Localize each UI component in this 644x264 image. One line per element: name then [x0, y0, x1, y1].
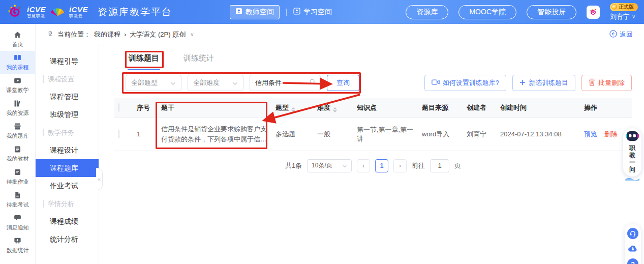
button-label: 如何设置训练题库?: [443, 78, 499, 87]
chevron-down-icon[interactable]: ∨: [190, 32, 194, 37]
sidebar-item-label: 消息通知: [7, 224, 29, 231]
col-header-difficulty[interactable]: 难度: [313, 98, 353, 118]
menu-section-learning-analysis: 学情分析: [36, 195, 99, 213]
question-type-select[interactable]: 全部题型: [126, 75, 181, 91]
add-training-questions-button[interactable]: 新选训练题目: [512, 75, 575, 91]
button-label: 批量删除: [598, 78, 625, 87]
help-setup-button[interactable]: 如何设置训练题库?: [424, 75, 506, 91]
page-size-select[interactable]: 10条/页: [307, 159, 352, 172]
page-size-value: 10条/页: [312, 161, 332, 170]
menu-item-course-grades[interactable]: 课程成绩: [36, 213, 99, 230]
sidebar-item-label: 数据统计: [7, 247, 29, 254]
divider: [286, 9, 287, 16]
sidebar-item-home[interactable]: 首页: [0, 28, 35, 51]
user-menu[interactable]: 正式版 刘育宁 ∨: [610, 3, 638, 21]
back-button[interactable]: 返回: [609, 30, 633, 39]
chevron-down-icon: [232, 79, 238, 87]
batch-delete-button[interactable]: 批量删除: [581, 75, 632, 91]
question-table: 序号 题干 题型 难度 知识点 题目来源 创建者 创建时间 操作 1 信用条件是…: [114, 98, 632, 151]
select-value: 全部难度: [193, 78, 220, 87]
nav-smart-casting[interactable]: 智能投屏: [527, 5, 576, 19]
sidebar-item-data-statistics[interactable]: 数据统计: [0, 234, 35, 257]
page-number-1[interactable]: 1: [375, 159, 388, 172]
breadcrumb: 当前位置： 我的课程 › 大学语文 (2P) 原创 ∨: [47, 30, 194, 39]
cell-creator: 刘育宁: [463, 118, 496, 151]
sidebar-item-my-courses[interactable]: 我的课程: [0, 51, 35, 74]
tab-training-statistics[interactable]: 训练统计: [182, 51, 215, 70]
app-launcher-icon[interactable]: [587, 6, 600, 19]
difficulty-select[interactable]: 全部难度: [188, 75, 243, 91]
col-header-type[interactable]: 题型: [271, 98, 313, 118]
keyword-search-box: [250, 75, 321, 91]
zjy-brand: iCVE 职教云: [69, 6, 88, 18]
menu-item-course-guide[interactable]: 课程引导: [36, 52, 99, 70]
col-header-stem: 题干: [157, 98, 271, 118]
floating-toolbar: ?: [625, 224, 641, 264]
zhijiao-assistant-widget[interactable]: 职 教 一 问: [623, 128, 641, 177]
goto-page-input[interactable]: [430, 159, 449, 172]
col-header-source: 题目来源: [418, 98, 463, 118]
delete-link[interactable]: 删除: [604, 130, 618, 138]
sidebar-item-label: 我的题库: [7, 132, 29, 140]
menu-item-course-management[interactable]: 课程管理: [36, 88, 99, 106]
help-button[interactable]: ?: [627, 258, 638, 264]
platform-title: 资源库教学平台: [98, 6, 172, 19]
menu-item-homework-exams[interactable]: 作业考试: [36, 177, 99, 195]
sidebar-collapse-handle[interactable]: «: [96, 168, 103, 190]
sidebar-item-classroom-teaching[interactable]: 课堂教学: [0, 74, 35, 97]
breadcrumb-parent[interactable]: 我的课程: [94, 30, 120, 39]
col-header-actions: 操作: [580, 98, 632, 118]
course-side-menu: 课程引导 课程设置 课程管理 班级管理 教学任务 课程设计 课程题库 作业考试 …: [36, 45, 99, 264]
nav-resource-library[interactable]: 资源库: [406, 5, 448, 19]
plus-icon: [519, 79, 526, 87]
customer-service-button[interactable]: [627, 228, 638, 239]
logo-cluster: iCVE 智慧职教 iCVE 职教云 资源库教学平台: [0, 4, 172, 21]
sort-icon[interactable]: [291, 107, 295, 112]
nav-mooc-academy[interactable]: MOOC学院: [458, 5, 516, 19]
trash-icon: [589, 78, 595, 87]
sidebar-item-label: 待批作业: [7, 178, 29, 186]
prev-page-button[interactable]: ‹: [357, 159, 370, 172]
sidebar-item-my-question-bank[interactable]: 我的题库: [0, 120, 35, 142]
select-all-checkbox[interactable]: [118, 103, 119, 112]
col-header-knowledge: 知识点: [353, 98, 418, 118]
col-header-created-at: 创建时间: [496, 98, 580, 118]
sidebar-item-exams-to-review[interactable]: 待批考试: [0, 188, 35, 211]
query-button[interactable]: 查询: [327, 75, 359, 91]
chevron-down-icon: ∨: [632, 14, 635, 19]
breadcrumb-label: 当前位置：: [57, 30, 90, 39]
license-badge: 正式版: [610, 3, 638, 11]
search-input[interactable]: [255, 79, 309, 87]
menu-item-class-management[interactable]: 班级管理: [36, 106, 99, 124]
sidebar-item-my-resources[interactable]: 我的资源: [0, 97, 35, 120]
download-button[interactable]: [627, 243, 639, 254]
col-header-number: 序号: [133, 98, 157, 118]
main-content: 训练题目 训练统计 全部题型 全部难度 查询: [99, 45, 644, 264]
user-name: 刘育宁: [610, 12, 630, 21]
next-page-button[interactable]: ›: [393, 159, 407, 172]
wave-decoration: [625, 173, 639, 183]
space-label: 学习空间: [303, 8, 332, 17]
sidebar-item-message-notifications[interactable]: 消息通知: [0, 211, 35, 234]
breadcrumb-current[interactable]: 大学语文 (2P) 原创: [130, 30, 186, 39]
sort-icon[interactable]: [333, 107, 337, 112]
sidebar-item-more-apps[interactable]: [0, 257, 35, 264]
sidebar-item-my-textbooks[interactable]: 我的教材: [0, 142, 35, 165]
chevron-down-icon: [342, 162, 347, 169]
tab-learning-space[interactable]: 学习空间: [293, 8, 332, 17]
back-label: 返回: [620, 30, 633, 39]
sidebar-item-homework-to-review[interactable]: 待批作业: [0, 165, 35, 188]
filter-controls: 全部题型 全部难度 查询: [126, 75, 359, 91]
cell-created-at: 2024-07-12 13:34:08: [496, 118, 580, 151]
tab-teacher-space[interactable]: 教师空间: [230, 5, 280, 19]
preview-link[interactable]: 预览: [584, 130, 597, 138]
tab-training-questions[interactable]: 训练题目: [128, 51, 160, 70]
menu-item-course-design[interactable]: 课程设计: [36, 141, 99, 159]
brand-tagline: 职教云: [69, 14, 88, 18]
video-camera-icon: [432, 79, 440, 87]
content-tabs: 训练题目 训练统计: [128, 51, 632, 70]
menu-item-statistical-analysis[interactable]: 统计分析: [36, 230, 99, 248]
row-checkbox[interactable]: [118, 130, 119, 138]
icon-sidebar: 首页 我的课程 课堂教学 我的资源 我的题库 我的教材 待批作业 待批考试 消息…: [0, 24, 36, 264]
menu-item-course-question-bank[interactable]: 课程题库: [36, 159, 99, 177]
